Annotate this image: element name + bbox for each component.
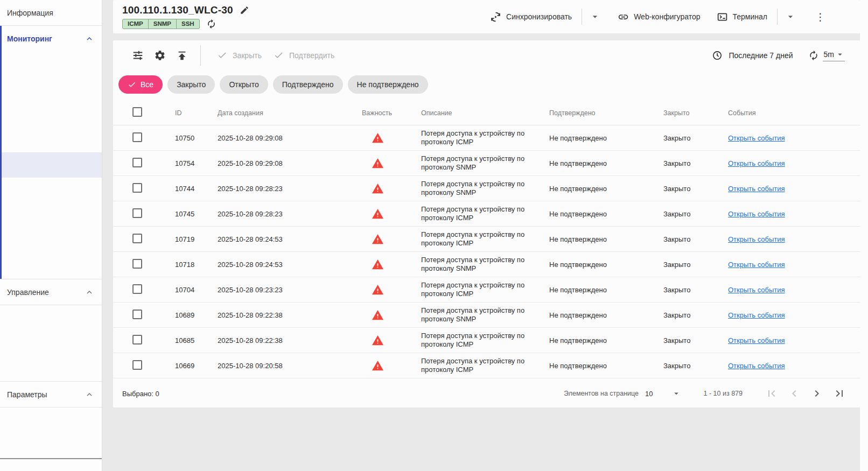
cell-description: Потеря доступа к устройству по протоколу…: [421, 230, 549, 248]
per-page-value[interactable]: 10: [645, 390, 653, 398]
sidebar-header-management[interactable]: Управление: [0, 279, 102, 305]
terminal-dropdown-caret[interactable]: [783, 11, 798, 22]
pagination-controls: [765, 387, 846, 400]
kebab-menu-icon[interactable]: ⋮: [815, 12, 825, 22]
open-events-link[interactable]: Открыть события: [728, 336, 785, 345]
open-events-link[interactable]: Открыть события: [728, 235, 785, 243]
sidebar-item[interactable]: [0, 331, 102, 356]
sidebar-item[interactable]: [2, 203, 102, 228]
sidebar-header-monitoring[interactable]: Мониторинг: [2, 26, 102, 51]
open-events-link[interactable]: Открыть события: [728, 185, 785, 193]
cell-closed: Закрыто: [663, 159, 728, 167]
open-events-link[interactable]: Открыть события: [728, 261, 785, 269]
select-all-checkbox[interactable]: [132, 107, 142, 117]
warning-icon: [372, 208, 421, 220]
open-events-link[interactable]: Открыть события: [728, 210, 785, 218]
column-header-severity: Важность: [362, 109, 421, 117]
sidebar-item[interactable]: [2, 51, 102, 76]
filter-chip-label: Закрыто: [177, 80, 206, 89]
web-configurator-button[interactable]: Web-конфигуратор: [618, 11, 700, 23]
warning-icon: [372, 258, 421, 271]
prev-page-icon[interactable]: [788, 387, 801, 400]
scrollbar[interactable]: [860, 0, 868, 471]
cell-id: 10719: [175, 235, 218, 243]
sidebar-item[interactable]: [2, 76, 102, 102]
sidebar-item[interactable]: [2, 102, 102, 127]
row-checkbox[interactable]: [132, 284, 142, 294]
upload-icon[interactable]: [176, 50, 188, 61]
cell-description: Потеря доступа к устройству по протоколу…: [421, 180, 549, 198]
refresh-status-icon[interactable]: [206, 19, 216, 29]
row-checkbox[interactable]: [132, 208, 142, 218]
cell-created: 2025-10-28 09:23:23: [218, 286, 362, 294]
open-events-link[interactable]: Открыть события: [728, 311, 785, 319]
confirm-problems-button[interactable]: Подтвердить: [274, 50, 334, 60]
sidebar-item[interactable]: [2, 127, 102, 152]
check-icon: [217, 50, 227, 60]
filter-chip[interactable]: Закрыто: [167, 75, 215, 94]
cell-severity: [362, 132, 421, 144]
cell-confirmed: Не подтверждено: [549, 286, 663, 294]
divider: [777, 9, 778, 25]
filter-chip[interactable]: Все: [118, 75, 163, 94]
sidebar-item[interactable]: [2, 254, 102, 279]
filter-chip-label: Открыто: [229, 80, 258, 89]
table-row: 10718 2025-10-28 09:24:53 Потеря доступа…: [113, 252, 860, 277]
divider: [0, 458, 102, 459]
warning-icon: [372, 360, 421, 372]
cell-created: 2025-10-28 09:20:58: [218, 362, 362, 370]
cell-closed: Закрыто: [663, 336, 728, 345]
caret-down-icon[interactable]: [671, 389, 681, 398]
table-row: 10750 2025-10-28 09:29:08 Потеря доступа…: [113, 125, 860, 151]
open-events-link[interactable]: Открыть события: [728, 159, 785, 167]
cell-description: Потеря доступа к устройству по протоколу…: [421, 256, 549, 273]
open-events-link[interactable]: Открыть события: [728, 134, 785, 142]
sync-dropdown-caret[interactable]: [587, 11, 603, 22]
sidebar-item[interactable]: [0, 433, 102, 458]
tune-icon[interactable]: [132, 50, 144, 61]
sidebar-header-label: Мониторинг: [7, 34, 52, 43]
row-checkbox[interactable]: [132, 259, 142, 269]
autorefresh-icon[interactable]: [808, 50, 819, 61]
row-checkbox[interactable]: [132, 335, 142, 345]
filter-chip[interactable]: Не подтверждено: [348, 75, 428, 94]
edit-icon[interactable]: [240, 5, 249, 15]
cell-description: Потеря доступа к устройству по протоколу…: [421, 332, 549, 349]
sidebar-item[interactable]: [2, 228, 102, 254]
row-checkbox[interactable]: [132, 234, 142, 243]
sidebar-item-information[interactable]: Информация: [0, 0, 102, 25]
sidebar-item[interactable]: [0, 305, 102, 331]
cell-id: 10718: [175, 261, 218, 269]
close-problems-button[interactable]: Закрыть: [217, 50, 262, 60]
sidebar-item[interactable]: [0, 356, 102, 381]
cell-severity: [362, 208, 421, 220]
sidebar-item[interactable]: [2, 152, 102, 178]
row-checkbox[interactable]: [132, 158, 142, 167]
sync-button[interactable]: Синхронизировать: [490, 11, 572, 23]
row-checkbox[interactable]: [132, 132, 142, 142]
first-page-icon[interactable]: [765, 387, 778, 400]
filter-chip[interactable]: Подтверждено: [273, 75, 343, 94]
cell-created: 2025-10-28 09:29:08: [218, 159, 362, 167]
open-events-link[interactable]: Открыть события: [728, 362, 785, 370]
sidebar-item[interactable]: [0, 407, 102, 433]
gear-icon[interactable]: [154, 50, 166, 61]
sidebar: Информация Мониторинг Управление Парамет…: [0, 0, 102, 471]
open-events-link[interactable]: Открыть события: [728, 286, 785, 294]
next-page-icon[interactable]: [810, 387, 823, 400]
row-checkbox[interactable]: [132, 183, 142, 193]
terminal-button[interactable]: Терминал: [717, 11, 767, 23]
period-selector[interactable]: Последние 7 дней: [712, 50, 793, 61]
protocol-tags: ICMP SNMP SSH: [122, 19, 200, 29]
row-checkbox[interactable]: [132, 360, 142, 370]
terminal-icon: [717, 11, 728, 23]
filter-chip[interactable]: Открыто: [220, 75, 268, 94]
cell-closed: Закрыто: [663, 235, 728, 243]
cell-id: 10704: [175, 286, 218, 294]
sidebar-item[interactable]: [2, 178, 102, 203]
last-page-icon[interactable]: [833, 387, 846, 400]
toolbar-right: Последние 7 дней 5m: [712, 50, 860, 61]
row-checkbox[interactable]: [132, 310, 142, 319]
refresh-interval-select[interactable]: 5m: [823, 50, 845, 61]
sidebar-header-parameters[interactable]: Параметры: [0, 382, 102, 407]
